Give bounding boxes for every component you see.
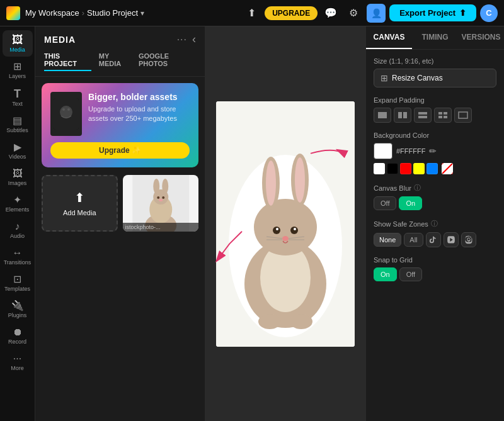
upgrade-button[interactable]: UPGRADE (265, 6, 318, 20)
sidebar-item-label: Media (9, 47, 25, 53)
safe-zone-all[interactable]: All (404, 233, 423, 247)
svg-rect-40 (438, 112, 442, 115)
sidebar-item-label: Record (8, 339, 26, 345)
color-preview[interactable] (374, 143, 392, 159)
record-icon: ⏺ (13, 327, 23, 337)
media-panel-title: MEDIA (44, 35, 76, 45)
main-layout: 🖼 Media ⊞ Layers T Text ▤ Subtitles ▶ Vi… (0, 26, 504, 421)
svg-point-20 (266, 160, 276, 206)
sidebar-item-more[interactable]: ··· More (3, 350, 33, 375)
upgrade-banner-image (50, 92, 82, 136)
workspace-label[interactable]: My Workspace (25, 8, 79, 18)
transitions-icon: ↔ (13, 248, 23, 258)
upgrade-banner-button[interactable]: Upgrade ✨ (50, 142, 190, 159)
comment-button[interactable]: 💬 (321, 4, 340, 23)
media-item-label: istockphoto-... (123, 223, 199, 232)
swatch-white[interactable] (374, 163, 385, 174)
export-button[interactable]: Export Project ⬆ (389, 4, 476, 21)
svg-rect-36 (398, 112, 402, 118)
media-icon: 🖼 (12, 34, 23, 45)
swatch-yellow[interactable] (413, 163, 425, 174)
sidebar-item-audio[interactable]: ♪ Audio (3, 218, 33, 243)
pad-btn-full[interactable] (374, 108, 391, 123)
tab-canvas[interactable]: CANVAS (366, 26, 412, 49)
sidebar-item-record[interactable]: ⏺ Record (3, 323, 33, 349)
canvas-blur-on[interactable]: On (399, 196, 422, 210)
sidebar-item-label: Images (8, 180, 27, 186)
sidebar-item-videos[interactable]: ▶ Videos (3, 138, 33, 164)
settings-button[interactable]: ⚙ (344, 4, 363, 23)
videos-icon: ▶ (14, 142, 21, 152)
canvas-blur-off[interactable]: Off (374, 196, 396, 210)
safe-zone-tiktok[interactable] (426, 232, 441, 247)
pad-btn-none[interactable] (454, 108, 472, 123)
canvas-frame[interactable] (216, 101, 355, 347)
snap-grid-on[interactable]: On (374, 267, 397, 281)
upload-button[interactable]: ⬆ (242, 4, 261, 23)
add-media-icon: ⬆ (74, 190, 85, 205)
color-picker-icon[interactable]: ✏ (429, 146, 437, 156)
swatch-red[interactable] (400, 163, 411, 174)
export-icon: ⬆ (459, 8, 466, 18)
sidebar-item-text[interactable]: T Text (3, 84, 33, 111)
media-panel-header: MEDIA ··· ‹ (35, 26, 205, 50)
media-tabs: THIS PROJECT MY MEDIA GOOGLE PHOTOS (35, 50, 205, 77)
collaborate-button[interactable]: 👤 (367, 4, 386, 23)
tab-timing[interactable]: TIMING (412, 26, 458, 49)
media-item[interactable]: istockphoto-... (123, 175, 199, 232)
tab-google-photos[interactable]: GOOGLE PHOTOS (139, 52, 196, 71)
svg-point-21 (295, 157, 305, 203)
add-media-label: Add Media (63, 209, 96, 216)
resize-canvas-label: Resize Canvas (392, 74, 443, 82)
pad-btn-split-v[interactable] (414, 108, 432, 123)
sidebar-item-media[interactable]: 🖼 Media (3, 30, 33, 57)
safe-zone-youtube[interactable] (444, 232, 459, 247)
sidebar-item-subtitles[interactable]: ▤ Subtitles (3, 112, 33, 137)
safe-zones-options: None All (374, 232, 496, 247)
tab-versions[interactable]: VERSIONS (458, 26, 504, 49)
collapse-panel-button[interactable]: ‹ (192, 33, 196, 46)
pad-btn-split-h[interactable] (394, 108, 411, 123)
sidebar-item-transitions[interactable]: ↔ Transitions (3, 244, 33, 269)
media-grid: ⬆ Add Media (42, 175, 198, 232)
swatch-black[interactable] (387, 163, 398, 174)
snap-grid-off[interactable]: Off (399, 267, 422, 281)
svg-point-24 (276, 228, 278, 230)
svg-rect-39 (418, 116, 427, 118)
expand-padding-section: Expand Padding (374, 96, 496, 123)
svg-point-2 (62, 108, 65, 111)
safe-zone-instagram[interactable] (461, 232, 476, 247)
sidebar-item-images[interactable]: 🖼 Images (3, 165, 33, 190)
sidebar-item-elements[interactable]: ✦ Elements (3, 191, 33, 216)
svg-rect-41 (444, 112, 447, 115)
expand-padding-label: Expand Padding (374, 96, 496, 104)
padding-options (374, 108, 496, 123)
project-label[interactable]: Studio Project (87, 8, 138, 18)
canvas-blur-help[interactable]: ⓘ (414, 183, 421, 193)
safe-zone-none[interactable]: None (374, 233, 401, 247)
sidebar-item-layers[interactable]: ⊞ Layers (3, 58, 33, 83)
size-section: Size (1:1, 9:16, etc) ⊞ Resize Canvas (374, 57, 496, 87)
profile-button[interactable]: C (480, 4, 498, 22)
sidebar-item-templates[interactable]: ⊡ Templates (3, 271, 33, 296)
plugins-icon: 🔌 (11, 301, 24, 311)
upgrade-banner: Bigger, bolder assets Upgrade to upload … (42, 83, 198, 167)
swatch-blue[interactable] (427, 163, 438, 174)
add-media-button[interactable]: ⬆ Add Media (42, 175, 118, 232)
more-icon: ··· (13, 354, 21, 364)
dropdown-icon[interactable]: ▾ (140, 9, 144, 18)
sidebar-item-plugins[interactable]: 🔌 Plugins (3, 297, 33, 322)
right-panel-content: Size (1:1, 9:16, etc) ⊞ Resize Canvas Ex… (366, 50, 504, 421)
tab-my-media[interactable]: MY MEDIA (99, 52, 131, 71)
safe-zones-help[interactable]: ⓘ (431, 219, 438, 228)
resize-canvas-button[interactable]: ⊞ Resize Canvas (374, 69, 496, 87)
topbar: My Workspace › Studio Project ▾ ⬆ UPGRAD… (0, 0, 504, 26)
swatch-transparent[interactable] (442, 163, 453, 174)
svg-point-25 (294, 228, 296, 230)
tab-this-project[interactable]: THIS PROJECT (44, 52, 91, 71)
audio-icon: ♪ (15, 222, 20, 232)
pad-btn-split-both[interactable] (434, 108, 452, 123)
media-more-options[interactable]: ··· (177, 34, 187, 45)
svg-point-22 (273, 227, 280, 234)
background-color-section: Background Color #FFFFFF ✏ (374, 132, 496, 174)
